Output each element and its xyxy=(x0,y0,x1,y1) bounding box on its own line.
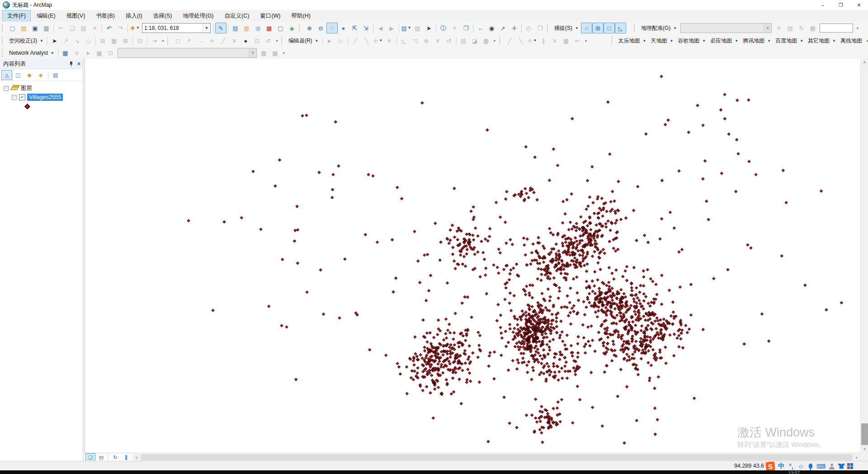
erase-tool-button[interactable]: ✕ xyxy=(432,35,443,46)
maximize-button[interactable]: ❐ xyxy=(832,0,850,10)
adjustment-preview-button[interactable]: ⊡ xyxy=(134,35,146,46)
align-edge-button[interactable]: → xyxy=(195,35,206,46)
close-button[interactable]: ✕ xyxy=(850,0,868,10)
multiple-displacement-links-button[interactable]: ▦ xyxy=(108,35,120,46)
edge-snapping-button[interactable]: ◺ xyxy=(615,23,626,33)
snapping-menu[interactable]: 捕捉(S)▼ xyxy=(552,23,581,33)
python-window-button[interactable]: ▢ xyxy=(275,23,286,33)
zoom-out-button[interactable]: ⊖ xyxy=(315,23,326,33)
fixed-zoom-out-button[interactable]: ⇲ xyxy=(360,23,372,33)
network-identify-button[interactable]: ▩ xyxy=(269,47,281,58)
construct-features-button[interactable]: ✛ xyxy=(206,35,217,46)
attributes-window-button[interactable]: ▤ xyxy=(458,35,469,46)
select-move-network-location-button[interactable]: ➤ xyxy=(82,47,94,58)
fillet-button[interactable]: ╲ xyxy=(515,35,527,46)
rotate-raster-button[interactable]: ↻ xyxy=(796,23,807,33)
toolbar-grip[interactable] xyxy=(2,49,5,57)
map-topology-button[interactable]: ⊡ xyxy=(251,35,263,46)
list-by-source-button[interactable]: ◫ xyxy=(13,70,24,80)
modelbuilder-window-button[interactable]: ◈ xyxy=(286,23,297,33)
menu-selection[interactable]: 选择(S) xyxy=(148,10,177,22)
advanced-tool-palette-button[interactable]: ✛▼ xyxy=(527,35,538,46)
split-tool-button[interactable]: ⊕ xyxy=(421,35,432,46)
catalog-window-button[interactable]: ▥ xyxy=(241,23,252,33)
toc-close-icon[interactable]: ✕ xyxy=(77,61,81,67)
toolbox-grid-icon[interactable] xyxy=(847,463,853,469)
hyperlink-button[interactable]: ⚡ xyxy=(449,23,460,33)
toc-options-button[interactable]: ▤ xyxy=(50,70,61,80)
network-analyst-menu[interactable]: Network Analyst▼ xyxy=(7,48,57,57)
scroll-left-icon[interactable]: ‹ xyxy=(133,454,140,461)
minimize-button[interactable]: – xyxy=(814,0,832,10)
go-forward-extent-button[interactable]: ▶ xyxy=(386,23,397,33)
layer-symbol-row[interactable] xyxy=(0,102,83,111)
georeferencing-layer-combobox[interactable]: ▼ xyxy=(680,23,772,33)
map-scale-combobox[interactable]: 1:18, 031, 618▼ xyxy=(142,23,211,33)
toolbar-overflow[interactable]: ▾ xyxy=(854,23,860,33)
menu-file[interactable]: 文件(F) xyxy=(2,10,31,22)
menu-customize[interactable]: 自定义(C) xyxy=(220,10,255,22)
menu-insert[interactable]: 插入(I) xyxy=(121,10,147,22)
pause-drawing-button[interactable]: ∥ xyxy=(121,453,131,461)
planarize-lines-button[interactable]: ✕ xyxy=(229,35,240,46)
add-control-points-button[interactable]: ✛ xyxy=(773,23,784,33)
create-viewer-window-button[interactable]: ❐ xyxy=(534,23,546,33)
microphone-icon[interactable] xyxy=(809,464,812,469)
vertical-scroll-thumb[interactable] xyxy=(861,423,868,445)
google-maps-button[interactable]: 谷歌地图▼ xyxy=(675,36,708,46)
paste-button[interactable]: ▤ xyxy=(78,23,89,33)
vertex-snapping-button[interactable]: □ xyxy=(604,23,615,33)
toolbar-grip[interactable] xyxy=(547,24,550,32)
zoom-in-button[interactable]: ⊕ xyxy=(304,23,315,33)
view-link-table-adjust-button[interactable]: ⊞ xyxy=(97,35,108,46)
undo-button[interactable]: ↶ xyxy=(104,23,115,33)
collapse-icon[interactable]: − xyxy=(4,86,9,91)
menu-geoprocessing[interactable]: 地理处理(G) xyxy=(178,10,218,22)
other-maps-button[interactable]: 其它地图▼ xyxy=(806,36,838,46)
horizontal-scroll-thumb[interactable] xyxy=(141,454,852,460)
menu-window[interactable]: 窗口(W) xyxy=(255,10,285,22)
full-extent-button[interactable]: ● xyxy=(338,23,349,33)
new-displacement-link-button[interactable]: ↗ xyxy=(60,35,71,46)
delete-link-button[interactable]: ⊠ xyxy=(120,35,131,46)
list-by-drawing-order-button[interactable]: ◬ xyxy=(1,70,12,80)
go-to-xy-button[interactable]: ✛ xyxy=(509,23,520,33)
toolbar-grip[interactable] xyxy=(499,37,502,45)
new-document-button[interactable]: ▢ xyxy=(7,23,18,33)
toolbar-overflow[interactable]: ▾ xyxy=(864,36,868,46)
list-by-visibility-button[interactable]: ◆ xyxy=(24,70,35,80)
validate-topology-button[interactable]: ↺ xyxy=(263,35,274,46)
keyboard-icon[interactable]: ⌨ xyxy=(816,462,826,470)
end-snapping-button[interactable]: ⊞ xyxy=(592,23,604,33)
search-window-button[interactable]: ◎ xyxy=(252,23,264,33)
go-back-extent-button[interactable]: ◀ xyxy=(375,23,386,33)
offline-maps-button[interactable]: 离线地图 xyxy=(838,36,864,46)
copy-button[interactable]: ❏ xyxy=(66,23,78,33)
cut-button[interactable]: ✂ xyxy=(55,23,66,33)
copy-line-button[interactable]: ╱ xyxy=(504,35,515,46)
view-link-table-button[interactable]: ▤ xyxy=(784,23,796,33)
delete-sketch-button[interactable]: ✕ xyxy=(549,35,561,46)
generalize-button[interactable]: ▦ xyxy=(561,35,572,46)
preview-window-button[interactable]: ◇ xyxy=(83,35,94,46)
tailemap-button[interactable]: 太乐地图▼ xyxy=(616,36,649,46)
identify-button[interactable]: ⓘ xyxy=(438,23,449,33)
toolbar-grip[interactable] xyxy=(611,37,614,45)
create-network-location-button[interactable]: ✛ xyxy=(71,47,82,58)
menu-view[interactable]: 视图(V) xyxy=(61,10,90,22)
toolbar-grip[interactable] xyxy=(299,24,302,32)
spatial-adjustment-menu[interactable]: 空间校正(J)▼ xyxy=(7,36,46,46)
sketch-tool-palette-button[interactable]: ✛▼ xyxy=(373,35,384,46)
menu-help[interactable]: 帮助(H) xyxy=(287,10,316,22)
select-elements-button[interactable]: ➤ xyxy=(423,23,434,33)
refresh-view-button[interactable]: ↻ xyxy=(110,453,120,461)
find-route-button[interactable]: ➚ xyxy=(497,23,509,33)
map-view[interactable]: 激活 Windows 转到“设置”以激活 Windows。 xyxy=(85,59,861,453)
build-network-button[interactable]: ▩ xyxy=(94,47,105,58)
network-analyst-window-button[interactable]: ▦ xyxy=(60,47,71,58)
scroll-right-icon[interactable]: › xyxy=(853,454,860,461)
print-button[interactable]: ▥ xyxy=(41,23,52,33)
vertical-scrollbar[interactable]: ˄ ˅ xyxy=(860,59,868,453)
network-dataset-combobox[interactable]: ▼ xyxy=(118,48,257,58)
delete-button[interactable]: ✕ xyxy=(89,23,100,33)
